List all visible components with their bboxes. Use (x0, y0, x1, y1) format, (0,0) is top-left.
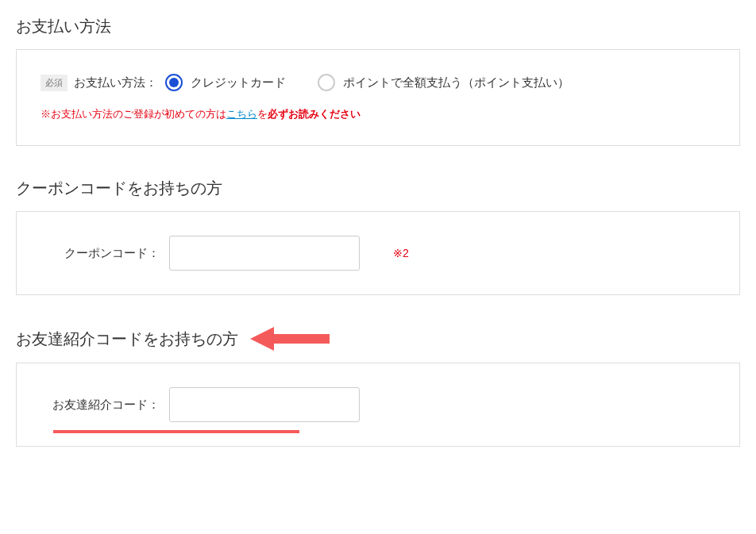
referral-title-row: お友達紹介コードをお持ちの方 (16, 327, 740, 351)
referral-box: お友達紹介コード： (16, 363, 740, 447)
required-badge: 必須 (40, 75, 68, 91)
payment-method-box: 必須 お支払い方法： クレジットカード ポイントで全額支払う（ポイント支払い） … (16, 49, 740, 146)
radio-icon-selected (165, 74, 183, 91)
referral-title: お友達紹介コードをお持ちの方 (16, 328, 238, 350)
notice-prefix: ※お支払い方法のご登録が初めての方は (40, 108, 226, 120)
radio-icon-unselected (318, 74, 335, 91)
notice-suffix-2: 必ずお読みください (268, 108, 361, 120)
payment-notice: ※お支払い方法のご登録が初めての方はこちらを必ずお読みください (40, 107, 716, 121)
coupon-input[interactable] (169, 236, 360, 271)
notice-link[interactable]: こちら (226, 108, 257, 120)
coupon-title: クーポンコードをお持ちの方 (16, 178, 740, 199)
coupon-note: ※2 (393, 247, 409, 259)
payment-radio-group: クレジットカード ポイントで全額支払う（ポイント支払い） (165, 74, 569, 91)
radio-credit-card[interactable]: クレジットカード (165, 74, 286, 91)
payment-method-title: お支払い方法 (16, 16, 740, 37)
notice-suffix-1: を (257, 108, 268, 120)
referral-label: お友達紹介コード： (40, 398, 160, 413)
radio-points-label: ポイントで全額支払う（ポイント支払い） (343, 75, 569, 90)
coupon-input-row: クーポンコード： ※2 (40, 236, 716, 271)
payment-method-row: 必須 お支払い方法： クレジットカード ポイントで全額支払う（ポイント支払い） (40, 74, 716, 91)
coupon-box: クーポンコード： ※2 (16, 211, 740, 295)
coupon-label: クーポンコード： (40, 246, 160, 261)
referral-input[interactable] (169, 387, 360, 422)
red-underline-annotation (53, 430, 299, 433)
arrow-left-icon (250, 327, 330, 351)
radio-credit-label: クレジットカード (191, 75, 286, 90)
svg-marker-0 (250, 327, 330, 351)
radio-dot-icon (169, 78, 179, 87)
referral-input-row: お友達紹介コード： (40, 387, 716, 422)
payment-method-label: お支払い方法： (74, 75, 157, 90)
radio-points[interactable]: ポイントで全額支払う（ポイント支払い） (318, 74, 569, 91)
